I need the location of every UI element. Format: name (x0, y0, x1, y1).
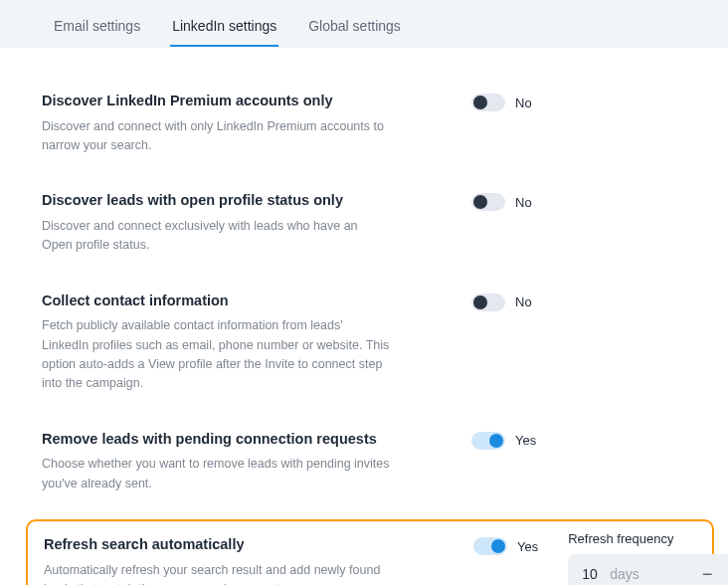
setting-desc: Automatically refresh your search result… (44, 561, 392, 585)
setting-desc: Fetch publicly available contact informa… (42, 316, 390, 394)
setting-contact-info: Collect contact information Fetch public… (42, 276, 698, 414)
tab-linkedin-settings[interactable]: LinkedIn settings (170, 10, 278, 47)
stepper-value: 10 (582, 566, 610, 582)
toggle-label: No (515, 195, 532, 210)
stepper-increment[interactable]: + (721, 560, 728, 585)
refresh-frequency-block: Refresh frequency 10 days − + (568, 531, 728, 585)
setting-title: Refresh search automatically (44, 535, 412, 555)
refresh-frequency-label: Refresh frequency (568, 531, 728, 546)
setting-desc: Choose whether you want to remove leads … (42, 455, 390, 493)
toggle-label: Yes (515, 433, 536, 448)
setting-refresh-highlight: Refresh search automatically Automatical… (26, 519, 714, 585)
setting-open-profile: Discover leads with open profile status … (42, 175, 698, 275)
toggle-open-profile[interactable] (471, 193, 505, 211)
settings-content: Discover LinkedIn Premium accounts only … (0, 48, 728, 585)
setting-title: Discover LinkedIn Premium accounts only (42, 92, 410, 111)
setting-desc: Discover and connect exclusively with le… (42, 217, 390, 256)
tab-email-settings[interactable]: Email settings (52, 10, 142, 47)
toggle-remove-pending[interactable] (471, 432, 505, 450)
refresh-frequency-stepper: 10 days − + (568, 554, 728, 585)
toggle-refresh[interactable] (473, 537, 507, 555)
toggle-contact-info[interactable] (471, 293, 505, 311)
toggle-label: No (515, 96, 532, 110)
setting-title: Remove leads with pending connection req… (42, 430, 410, 450)
setting-title: Discover leads with open profile status … (42, 191, 410, 211)
toggle-label: No (515, 294, 532, 309)
setting-remove-pending: Remove leads with pending connection req… (42, 414, 698, 513)
toggle-label: Yes (517, 539, 538, 554)
tab-global-settings[interactable]: Global settings (306, 10, 403, 47)
tab-bar: Email settings LinkedIn settings Global … (0, 0, 728, 48)
stepper-decrement[interactable]: − (693, 560, 721, 585)
toggle-premium[interactable] (471, 94, 505, 111)
setting-title: Collect contact information (42, 292, 410, 311)
setting-premium: Discover LinkedIn Premium accounts only … (42, 76, 698, 175)
setting-desc: Discover and connect with only LinkedIn … (42, 117, 390, 156)
stepper-unit: days (610, 566, 693, 582)
